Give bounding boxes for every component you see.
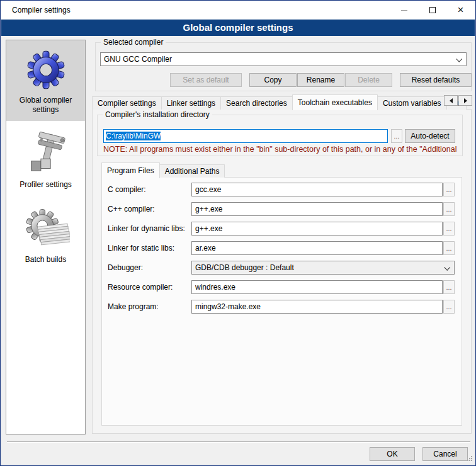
resource-compiler-input[interactable] xyxy=(191,280,443,294)
reset-defaults-button[interactable]: Reset defaults xyxy=(400,73,472,87)
cpp-compiler-browse-button[interactable]: ... xyxy=(443,202,455,216)
minimize-icon xyxy=(401,10,407,11)
minimize-button[interactable] xyxy=(390,1,418,20)
selected-compiler-value: GNU GCC Compiler xyxy=(104,55,172,64)
sidebar-item-batch-builds[interactable]: Batch builds xyxy=(6,200,85,271)
resource-compiler-label: Resource compiler: xyxy=(108,280,190,294)
close-button[interactable]: × xyxy=(446,1,475,20)
rename-button[interactable]: Rename xyxy=(297,73,344,87)
settings-category-list: Global compiler settings Profiler settin… xyxy=(6,40,86,435)
footer-separator xyxy=(7,441,470,443)
subtab-program-files[interactable]: Program Files xyxy=(101,162,160,178)
tab-compiler-settings[interactable]: Compiler settings xyxy=(92,96,162,110)
cpp-compiler-label: C++ compiler: xyxy=(108,202,190,216)
sidebar-item-profiler-settings[interactable]: Profiler settings xyxy=(6,125,85,196)
tab-custom-variables[interactable]: Custom variables xyxy=(377,96,447,110)
ok-button[interactable]: OK xyxy=(370,447,415,461)
install-dir-browse-button[interactable]: ... xyxy=(391,129,402,143)
window-title: Compiler settings xyxy=(12,1,71,20)
tab-search-directories[interactable]: Search directories xyxy=(220,96,293,110)
debugger-dropdown[interactable]: GDB/CDB debugger : Default xyxy=(191,261,455,275)
arrow-right-icon xyxy=(464,98,467,103)
make-program-label: Make program: xyxy=(108,300,190,314)
linker-dynamic-input[interactable] xyxy=(191,222,443,236)
cancel-button[interactable]: Cancel xyxy=(422,447,468,461)
cpp-compiler-input[interactable] xyxy=(191,202,443,216)
caliper-icon xyxy=(8,130,84,179)
debugger-label: Debugger: xyxy=(108,261,190,275)
group-title: Selected compiler xyxy=(101,38,166,47)
make-program-browse-button[interactable]: ... xyxy=(443,300,455,314)
linker-static-label: Linker for static libs: xyxy=(108,241,190,255)
sidebar-item-label: Profiler settings xyxy=(8,179,84,190)
debugger-value: GDB/CDB debugger : Default xyxy=(195,263,294,272)
compiler-settings-dialog: Compiler settings × Global compiler sett… xyxy=(0,0,476,466)
delete-button[interactable]: Delete xyxy=(345,73,392,87)
sidebar-item-label: Global compiler settings xyxy=(8,94,84,115)
arrow-left-icon xyxy=(450,98,453,103)
bin-subdirectory-note: NOTE: All programs must exist either in … xyxy=(103,145,461,154)
maximize-icon xyxy=(429,7,436,13)
chevron-down-icon xyxy=(456,56,462,62)
copy-button[interactable]: Copy xyxy=(249,73,297,87)
set-as-default-button[interactable]: Set as default xyxy=(170,73,242,87)
maximize-button[interactable] xyxy=(418,1,446,20)
c-compiler-label: C compiler: xyxy=(108,183,190,196)
linker-dynamic-label: Linker for dynamic libs: xyxy=(108,222,190,236)
tab-scroll-right-button[interactable] xyxy=(458,95,472,106)
sidebar-item-label: Batch builds xyxy=(8,254,84,264)
linker-dynamic-browse-button[interactable]: ... xyxy=(443,222,455,236)
page-title: Global compiler settings xyxy=(1,20,475,36)
blue-gear-icon xyxy=(8,45,84,94)
group-title: Compiler's installation directory xyxy=(103,110,212,120)
install-dir-value: C:\raylib\MinGW xyxy=(106,132,161,140)
close-icon: × xyxy=(458,7,464,13)
make-program-input[interactable] xyxy=(191,300,443,314)
tab-toolchain-executables[interactable]: Toolchain executables xyxy=(292,94,378,110)
tab-scroll-left-button[interactable] xyxy=(444,95,458,106)
linker-static-browse-button[interactable]: ... xyxy=(443,241,455,255)
resize-grip[interactable] xyxy=(467,455,473,463)
subtab-additional-paths[interactable]: Additional Paths xyxy=(159,164,225,178)
linker-static-input[interactable] xyxy=(191,241,443,255)
gear-stack-icon xyxy=(8,205,84,254)
auto-detect-button[interactable]: Auto-detect xyxy=(405,129,455,143)
c-compiler-browse-button[interactable]: ... xyxy=(443,183,455,196)
resize-grip-icon xyxy=(467,455,473,462)
chevron-down-icon xyxy=(444,264,450,271)
resource-compiler-browse-button[interactable]: ... xyxy=(443,280,455,294)
dialog-header: Global compiler settings xyxy=(1,20,475,36)
install-dir-input[interactable]: C:\raylib\MinGW xyxy=(103,129,388,143)
tab-linker-settings[interactable]: Linker settings xyxy=(161,96,221,110)
c-compiler-input[interactable] xyxy=(191,183,443,196)
titlebar[interactable]: Compiler settings × xyxy=(1,1,475,20)
selected-compiler-dropdown[interactable]: GNU GCC Compiler xyxy=(100,52,467,66)
sidebar-item-global-compiler-settings[interactable]: Global compiler settings xyxy=(6,40,85,121)
